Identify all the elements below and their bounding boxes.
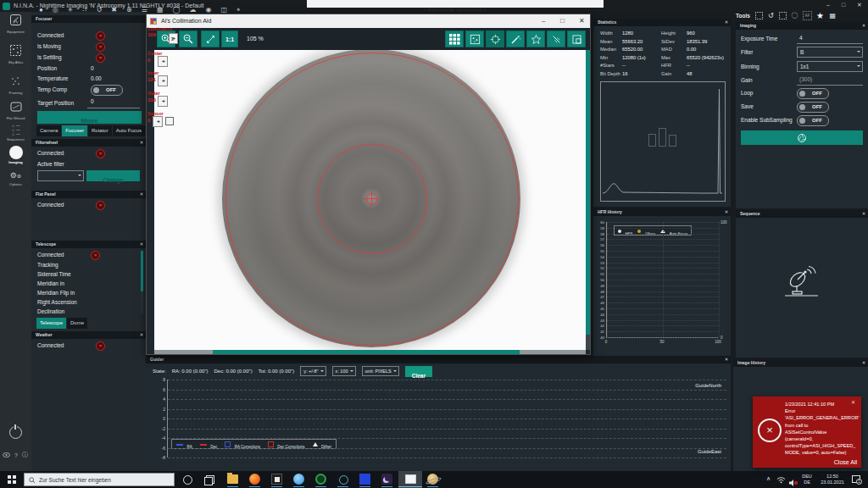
taskbar-app-dark[interactable] — [271, 474, 282, 485]
tab-autofocus[interactable]: Auto Focus — [113, 125, 145, 136]
flatpanel-close-icon[interactable]: ✕ — [138, 191, 145, 197]
star-detect-button[interactable] — [465, 30, 484, 47]
exposure-input[interactable]: 4 — [797, 33, 863, 44]
move-button[interactable]: Move — [37, 111, 142, 124]
grid-button[interactable] — [445, 30, 464, 47]
info-icon[interactable]: ⓘ — [22, 451, 28, 459]
hfr-close-icon[interactable]: ✕ — [723, 209, 730, 215]
outer-spinner[interactable] — [158, 96, 168, 107]
start-button[interactable] — [8, 475, 16, 484]
toolbar-icon-6[interactable]: ⊕ — [126, 6, 132, 14]
telescope-close-icon[interactable]: ✕ — [138, 241, 145, 247]
fit-image-button[interactable] — [201, 30, 220, 47]
slash-button[interactable] — [547, 30, 565, 47]
sequence-close-icon[interactable]: ✕ — [860, 211, 867, 217]
dialog-close-button[interactable]: ✕ — [579, 17, 585, 25]
tab-dome[interactable]: Dome — [67, 318, 87, 329]
close-all-button[interactable]: Close All — [834, 459, 857, 465]
sidebar-item-equipment[interactable]: Equipment — [0, 14, 31, 34]
taskbar-app-capture[interactable] — [337, 474, 348, 485]
close-button[interactable]: ✕ — [857, 2, 862, 8]
sidebar-item-sequencer[interactable]: ☆ —☆ —☆ — Sequencer — [0, 124, 31, 141]
tray-chevron-icon[interactable]: ∧ — [766, 475, 771, 482]
volume-muted-icon[interactable] — [788, 475, 797, 484]
capture-button[interactable] — [741, 130, 863, 145]
cortana-icon[interactable] — [183, 475, 192, 485]
subsampling-toggle[interactable]: OFF — [797, 115, 829, 126]
focuser-tempcomp-toggle[interactable]: OFF — [91, 85, 123, 96]
dialog-titlebar[interactable]: Al's Collimation Aid – □ ✕ — [147, 14, 590, 28]
save-toggle[interactable]: OFF — [797, 102, 829, 113]
gain-input[interactable]: (300) — [797, 75, 863, 86]
toolbar-icon-3[interactable]: ∷ — [83, 6, 87, 14]
taskbar-app-planet[interactable] — [427, 474, 438, 485]
one-to-one-button[interactable]: 1:1 — [221, 30, 238, 47]
zoom-out-button[interactable] — [179, 30, 198, 47]
inner-spinner[interactable] — [158, 75, 168, 86]
telescope-scrollbar[interactable] — [141, 251, 143, 313]
filterwheel-close-icon[interactable]: ✕ — [138, 140, 145, 146]
tool-history-icon[interactable]: ↺ — [766, 11, 776, 20]
center-spinner[interactable] — [158, 56, 168, 67]
toolbar-icon-1[interactable]: ◎ — [53, 6, 58, 14]
tool-frame-icon[interactable] — [755, 12, 763, 19]
notification-icon[interactable]: 1 — [852, 475, 860, 483]
taskbar-app-drop[interactable] — [293, 474, 304, 485]
tool-star-icon[interactable]: ★ — [815, 11, 825, 20]
tool-circle-icon[interactable]: ◯ — [790, 11, 799, 20]
taskview-icon[interactable] — [204, 475, 213, 484]
toolbar-icon-4[interactable]: ↺ — [97, 6, 103, 14]
statistics-close-icon[interactable]: ✕ — [723, 19, 730, 25]
imaging-close-icon[interactable]: ✕ — [860, 23, 867, 29]
taskbar-app-phd[interactable] — [315, 474, 326, 485]
guider-close-icon[interactable]: ✕ — [723, 357, 730, 363]
filter-dropdown[interactable]: B — [797, 47, 863, 58]
star-annotate-button[interactable] — [526, 30, 545, 47]
toolbar-icon-0[interactable]: ● — [39, 6, 43, 14]
tab-focuser[interactable]: Focuser — [62, 125, 87, 136]
sidebar-item-options[interactable]: ⚙⚙ Options — [0, 171, 31, 186]
toolbar-icon-5[interactable]: ✖ — [111, 6, 117, 14]
tray-language[interactable]: DEU DE — [800, 474, 814, 485]
rect-select-button[interactable] — [567, 30, 586, 47]
wand-button[interactable] — [506, 30, 525, 47]
power-button[interactable] — [9, 426, 22, 439]
tool-region-icon[interactable] — [779, 12, 787, 19]
tab-camera[interactable]: Camera — [36, 125, 61, 136]
crosshair-button[interactable] — [486, 30, 504, 47]
eye-icon[interactable] — [3, 452, 10, 458]
sidebar-item-framing[interactable]: Framing — [0, 75, 31, 95]
weather-close-icon[interactable]: ✕ — [138, 332, 145, 338]
filter-select[interactable] — [37, 170, 84, 181]
dialog-maximize-button[interactable]: □ — [560, 17, 565, 25]
guider-xscale-select[interactable]: x: 100 — [332, 366, 356, 376]
tool-autofocus-icon[interactable]: AF — [803, 11, 812, 20]
wifi-icon[interactable] — [776, 476, 786, 484]
help-icon[interactable]: ? — [14, 452, 18, 458]
image-history-close-icon[interactable]: ✕ — [860, 360, 867, 366]
sensor-checkbox[interactable] — [165, 117, 174, 125]
taskbar-app-explorer[interactable] — [227, 474, 238, 484]
sensor-spinner[interactable] — [153, 116, 163, 127]
tab-rotator[interactable]: Rotator — [88, 125, 112, 136]
guider-clear-button[interactable]: Clear — [405, 366, 432, 377]
sidebar-item-imaging[interactable]: Imaging — [0, 146, 31, 164]
guider-yscale-select[interactable]: y: +/-8" — [300, 366, 326, 376]
tool-grid-icon[interactable]: ▦ — [828, 11, 837, 20]
taskbar-app-purple[interactable] — [381, 474, 392, 485]
tab-telescope[interactable]: Telescope — [36, 318, 66, 329]
change-button[interactable]: Change — [86, 170, 140, 181]
minimize-button[interactable]: – — [826, 2, 830, 8]
sidebar-item-flat-wizard[interactable]: Flat Wizard — [0, 100, 31, 120]
dialog-minimize-button[interactable]: – — [542, 17, 545, 25]
focuser-target-input[interactable]: 0 — [87, 97, 140, 108]
guider-unit-select[interactable]: unit: PIXELS — [362, 366, 399, 376]
loop-toggle[interactable]: OFF — [797, 88, 829, 99]
dialog-vscrollbar[interactable] — [586, 50, 590, 350]
taskbar-app-blue[interactable] — [359, 474, 370, 485]
maximize-button[interactable]: □ — [842, 2, 845, 8]
taskbar-app-firefox[interactable] — [249, 474, 260, 485]
sidebar-item-sky-atlas[interactable]: Sky Atlas — [0, 44, 31, 64]
taskbar-search[interactable]: Zur Suche Text hier eingeben — [24, 473, 175, 486]
toolbar-icon-2[interactable]: ✳ — [68, 6, 74, 14]
